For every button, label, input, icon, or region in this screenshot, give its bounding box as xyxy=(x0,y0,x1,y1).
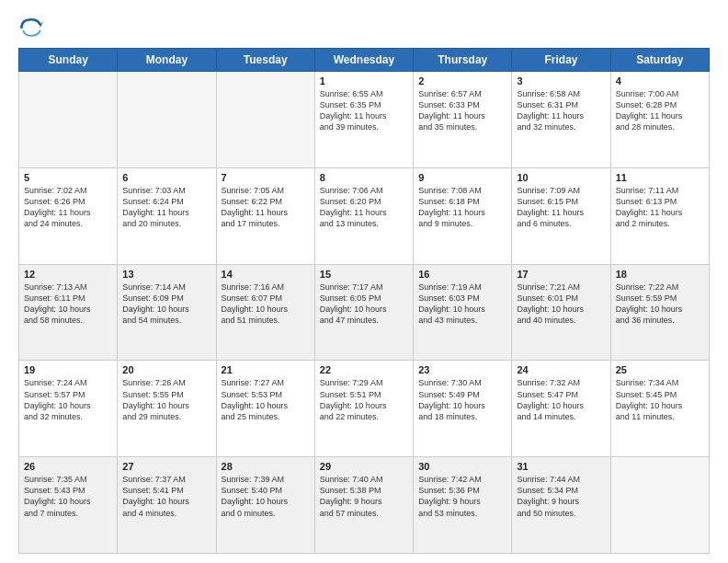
calendar-week-4: 19Sunrise: 7:24 AM Sunset: 5:57 PM Dayli… xyxy=(19,361,710,457)
cell-info: Sunrise: 7:34 AM Sunset: 5:45 PM Dayligh… xyxy=(616,377,704,422)
cell-info: Sunrise: 6:57 AM Sunset: 6:33 PM Dayligh… xyxy=(418,88,506,133)
cell-info: Sunrise: 7:14 AM Sunset: 6:09 PM Dayligh… xyxy=(122,282,210,327)
day-number: 18 xyxy=(616,269,704,280)
cell-info: Sunrise: 7:02 AM Sunset: 6:26 PM Dayligh… xyxy=(24,185,112,230)
cell-info: Sunrise: 7:17 AM Sunset: 6:05 PM Dayligh… xyxy=(320,282,408,327)
cell-info: Sunrise: 7:08 AM Sunset: 6:18 PM Dayligh… xyxy=(418,185,506,230)
day-number: 15 xyxy=(320,269,408,280)
day-number: 17 xyxy=(517,269,605,280)
day-number: 3 xyxy=(517,75,605,86)
logo-icon xyxy=(18,15,44,40)
day-number: 29 xyxy=(320,461,408,472)
day-number: 31 xyxy=(517,461,605,472)
weekday-header-friday: Friday xyxy=(512,49,610,72)
calendar-cell: 26Sunrise: 7:35 AM Sunset: 5:43 PM Dayli… xyxy=(19,457,118,554)
calendar-cell: 18Sunrise: 7:22 AM Sunset: 5:59 PM Dayli… xyxy=(610,264,709,361)
cell-info: Sunrise: 7:35 AM Sunset: 5:43 PM Dayligh… xyxy=(24,474,112,519)
calendar-cell: 30Sunrise: 7:42 AM Sunset: 5:36 PM Dayli… xyxy=(414,457,512,554)
day-number: 13 xyxy=(122,269,210,280)
calendar-cell: 13Sunrise: 7:14 AM Sunset: 6:09 PM Dayli… xyxy=(118,264,216,361)
day-number: 10 xyxy=(517,172,605,183)
calendar-cell: 31Sunrise: 7:44 AM Sunset: 5:34 PM Dayli… xyxy=(512,457,610,554)
calendar-cell: 10Sunrise: 7:09 AM Sunset: 6:15 PM Dayli… xyxy=(512,167,610,264)
calendar-cell: 9Sunrise: 7:08 AM Sunset: 6:18 PM Daylig… xyxy=(414,167,512,264)
calendar-week-3: 12Sunrise: 7:13 AM Sunset: 6:11 PM Dayli… xyxy=(19,264,710,361)
logo xyxy=(18,15,50,40)
calendar-cell: 24Sunrise: 7:32 AM Sunset: 5:47 PM Dayli… xyxy=(512,361,610,457)
weekday-header-sunday: Sunday xyxy=(19,49,118,72)
day-number: 5 xyxy=(24,172,112,183)
cell-info: Sunrise: 7:19 AM Sunset: 6:03 PM Dayligh… xyxy=(418,282,506,327)
calendar-cell: 8Sunrise: 7:06 AM Sunset: 6:20 PM Daylig… xyxy=(314,167,413,264)
weekday-header-wednesday: Wednesday xyxy=(314,49,413,72)
weekday-header-row: SundayMondayTuesdayWednesdayThursdayFrid… xyxy=(19,49,710,72)
cell-info: Sunrise: 7:16 AM Sunset: 6:07 PM Dayligh… xyxy=(222,282,310,327)
day-number: 16 xyxy=(418,269,506,280)
calendar-cell: 25Sunrise: 7:34 AM Sunset: 5:45 PM Dayli… xyxy=(610,361,709,457)
calendar-cell: 6Sunrise: 7:03 AM Sunset: 6:24 PM Daylig… xyxy=(118,167,216,264)
day-number: 2 xyxy=(418,75,506,86)
header xyxy=(18,15,710,40)
day-number: 12 xyxy=(24,269,112,280)
day-number: 11 xyxy=(616,172,704,183)
calendar-cell: 21Sunrise: 7:27 AM Sunset: 5:53 PM Dayli… xyxy=(216,361,314,457)
calendar-cell: 22Sunrise: 7:29 AM Sunset: 5:51 PM Dayli… xyxy=(314,361,413,457)
calendar-cell xyxy=(19,72,118,168)
calendar-cell: 17Sunrise: 7:21 AM Sunset: 6:01 PM Dayli… xyxy=(512,264,610,361)
calendar-cell: 11Sunrise: 7:11 AM Sunset: 6:13 PM Dayli… xyxy=(610,167,709,264)
calendar-cell xyxy=(216,72,314,168)
day-number: 24 xyxy=(517,364,605,375)
day-number: 26 xyxy=(24,461,112,472)
calendar-cell: 20Sunrise: 7:26 AM Sunset: 5:55 PM Dayli… xyxy=(118,361,216,457)
day-number: 27 xyxy=(122,461,210,472)
weekday-header-tuesday: Tuesday xyxy=(216,49,314,72)
cell-info: Sunrise: 7:24 AM Sunset: 5:57 PM Dayligh… xyxy=(24,377,112,422)
cell-info: Sunrise: 7:26 AM Sunset: 5:55 PM Dayligh… xyxy=(122,377,210,422)
day-number: 8 xyxy=(320,172,408,183)
calendar-cell: 5Sunrise: 7:02 AM Sunset: 6:26 PM Daylig… xyxy=(19,167,118,264)
cell-info: Sunrise: 7:09 AM Sunset: 6:15 PM Dayligh… xyxy=(517,185,605,230)
day-number: 20 xyxy=(122,364,210,375)
day-number: 28 xyxy=(222,461,310,472)
day-number: 21 xyxy=(222,364,310,375)
cell-info: Sunrise: 7:44 AM Sunset: 5:34 PM Dayligh… xyxy=(517,474,605,519)
calendar-cell: 12Sunrise: 7:13 AM Sunset: 6:11 PM Dayli… xyxy=(19,264,118,361)
day-number: 19 xyxy=(24,364,112,375)
calendar-cell: 15Sunrise: 7:17 AM Sunset: 6:05 PM Dayli… xyxy=(314,264,413,361)
calendar-table: SundayMondayTuesdayWednesdayThursdayFrid… xyxy=(18,48,710,554)
calendar-cell: 23Sunrise: 7:30 AM Sunset: 5:49 PM Dayli… xyxy=(414,361,512,457)
calendar-cell: 14Sunrise: 7:16 AM Sunset: 6:07 PM Dayli… xyxy=(216,264,314,361)
calendar-cell xyxy=(118,72,216,168)
day-number: 22 xyxy=(320,364,408,375)
cell-info: Sunrise: 7:06 AM Sunset: 6:20 PM Dayligh… xyxy=(320,185,408,230)
calendar-week-2: 5Sunrise: 7:02 AM Sunset: 6:26 PM Daylig… xyxy=(19,167,710,264)
day-number: 25 xyxy=(616,364,704,375)
calendar-week-1: 1Sunrise: 6:55 AM Sunset: 6:35 PM Daylig… xyxy=(19,72,710,168)
cell-info: Sunrise: 7:21 AM Sunset: 6:01 PM Dayligh… xyxy=(517,282,605,327)
day-number: 9 xyxy=(418,172,506,183)
cell-info: Sunrise: 7:11 AM Sunset: 6:13 PM Dayligh… xyxy=(616,185,704,230)
day-number: 23 xyxy=(418,364,506,375)
cell-info: Sunrise: 7:40 AM Sunset: 5:38 PM Dayligh… xyxy=(320,474,408,519)
cell-info: Sunrise: 6:55 AM Sunset: 6:35 PM Dayligh… xyxy=(320,88,408,133)
day-number: 6 xyxy=(122,172,210,183)
calendar-cell: 2Sunrise: 6:57 AM Sunset: 6:33 PM Daylig… xyxy=(414,72,512,168)
calendar-cell: 7Sunrise: 7:05 AM Sunset: 6:22 PM Daylig… xyxy=(216,167,314,264)
cell-info: Sunrise: 7:30 AM Sunset: 5:49 PM Dayligh… xyxy=(418,377,506,422)
cell-info: Sunrise: 7:39 AM Sunset: 5:40 PM Dayligh… xyxy=(222,474,310,519)
calendar-cell: 29Sunrise: 7:40 AM Sunset: 5:38 PM Dayli… xyxy=(314,457,413,554)
cell-info: Sunrise: 7:05 AM Sunset: 6:22 PM Dayligh… xyxy=(222,185,310,230)
day-number: 14 xyxy=(222,269,310,280)
cell-info: Sunrise: 6:58 AM Sunset: 6:31 PM Dayligh… xyxy=(517,88,605,133)
weekday-header-saturday: Saturday xyxy=(610,49,709,72)
calendar-cell: 3Sunrise: 6:58 AM Sunset: 6:31 PM Daylig… xyxy=(512,72,610,168)
weekday-header-thursday: Thursday xyxy=(414,49,512,72)
cell-info: Sunrise: 7:27 AM Sunset: 5:53 PM Dayligh… xyxy=(222,377,310,422)
day-number: 30 xyxy=(418,461,506,472)
calendar-cell: 1Sunrise: 6:55 AM Sunset: 6:35 PM Daylig… xyxy=(314,72,413,168)
calendar-cell: 4Sunrise: 7:00 AM Sunset: 6:28 PM Daylig… xyxy=(610,72,709,168)
calendar-cell xyxy=(610,457,709,554)
cell-info: Sunrise: 7:42 AM Sunset: 5:36 PM Dayligh… xyxy=(418,474,506,519)
page: SundayMondayTuesdayWednesdayThursdayFrid… xyxy=(0,0,728,563)
day-number: 7 xyxy=(222,172,310,183)
